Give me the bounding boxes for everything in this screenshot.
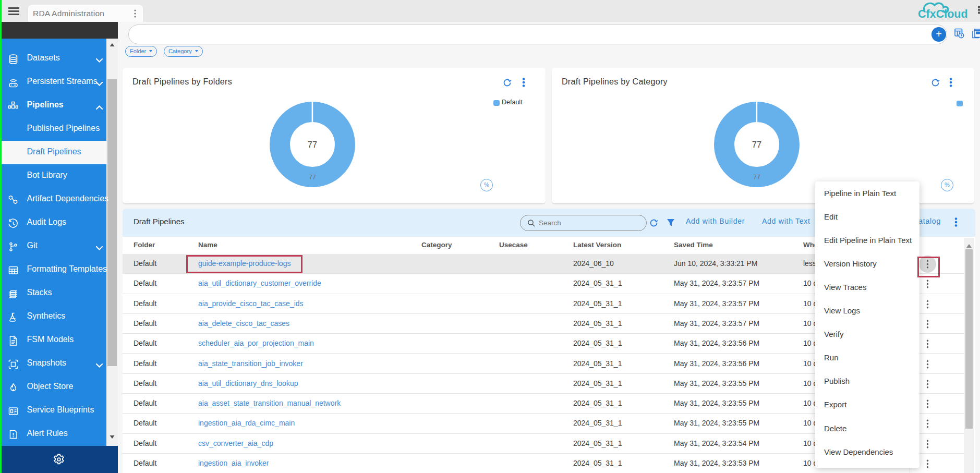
svg-text:CfxCloud: CfxCloud — [918, 8, 968, 20]
